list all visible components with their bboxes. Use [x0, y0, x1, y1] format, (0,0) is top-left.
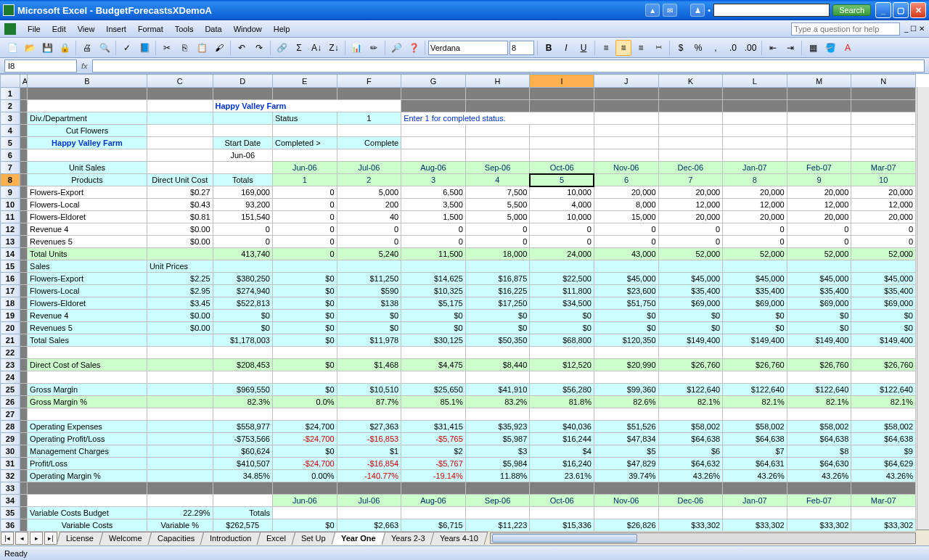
cell[interactable] [401, 100, 466, 112]
cell[interactable]: $0 [787, 310, 851, 322]
cell[interactable]: $58,002 [723, 421, 787, 433]
cell[interactable] [851, 482, 916, 495]
cell[interactable]: $0.27 [147, 186, 213, 199]
cell[interactable]: $0 [272, 310, 337, 322]
cell[interactable]: 87.7% [337, 396, 401, 408]
cell[interactable]: Aug-06 [401, 495, 466, 507]
hyperlink-icon[interactable]: 🔗 [274, 40, 290, 56]
cell[interactable] [658, 260, 723, 273]
font-name-combo[interactable] [428, 41, 508, 55]
cell[interactable]: Management Charges [28, 445, 147, 458]
cell[interactable]: $30,125 [401, 334, 466, 347]
cell[interactable]: $45,000 [851, 273, 916, 285]
open-icon[interactable]: 📂 [22, 40, 38, 56]
cell[interactable] [147, 384, 213, 396]
cell[interactable] [401, 137, 466, 149]
cell[interactable]: $208,453 [213, 359, 272, 371]
cell[interactable]: $40,036 [530, 421, 594, 433]
cell[interactable]: 0 [530, 223, 594, 236]
cell[interactable]: Flowers-Local [28, 285, 147, 297]
cell[interactable]: $23,600 [594, 285, 658, 297]
sort-asc-icon[interactable]: A↓ [308, 40, 324, 56]
cell[interactable]: $11,250 [337, 273, 401, 285]
cell[interactable]: $4,475 [401, 359, 466, 371]
cell[interactable]: $51,750 [594, 297, 658, 310]
row-header[interactable]: 26 [1, 396, 20, 408]
underline-icon[interactable]: U [576, 40, 592, 56]
cell[interactable]: 82.3% [213, 396, 272, 408]
cell[interactable] [147, 100, 213, 112]
cell[interactable]: 0 [723, 223, 787, 236]
cell[interactable]: $64,638 [723, 433, 787, 445]
cell[interactable] [723, 100, 787, 112]
cell[interactable]: $0 [658, 322, 723, 334]
cell[interactable] [20, 322, 27, 334]
cell[interactable]: 83.2% [465, 396, 530, 408]
cell[interactable] [20, 260, 27, 273]
cell[interactable] [851, 507, 916, 519]
row-header[interactable]: 16 [1, 273, 20, 285]
cell[interactable] [658, 88, 723, 100]
cell[interactable] [147, 149, 213, 162]
cell[interactable] [20, 334, 27, 347]
cell[interactable] [20, 507, 27, 519]
cell[interactable] [20, 137, 27, 149]
cell[interactable]: Jun-06 [213, 149, 272, 162]
cell[interactable]: $4 [530, 445, 594, 458]
cell[interactable]: $11,800 [530, 285, 594, 297]
comma-icon[interactable]: , [708, 40, 724, 56]
cell[interactable] [147, 433, 213, 445]
cell[interactable] [723, 260, 787, 273]
cell[interactable]: -$16,854 [337, 458, 401, 470]
cell[interactable]: $58,002 [851, 421, 916, 433]
cell[interactable]: 413,740 [213, 248, 272, 260]
cell[interactable]: Sep-06 [465, 495, 530, 507]
cell[interactable]: $0 [851, 310, 916, 322]
cell[interactable] [272, 88, 337, 100]
cell[interactable]: 82.1% [723, 396, 787, 408]
menu-format[interactable]: Format [132, 22, 169, 36]
cell[interactable]: 0 [272, 211, 337, 223]
cell[interactable]: 5,500 [465, 199, 530, 211]
row-header[interactable]: 11 [1, 211, 20, 223]
header-cell[interactable]: H [465, 75, 530, 88]
cell[interactable]: $45,000 [787, 273, 851, 285]
cell[interactable] [147, 112, 213, 125]
header-cell[interactable]: M [787, 75, 851, 88]
cell[interactable]: $7 [723, 445, 787, 458]
cell[interactable]: 20,000 [787, 186, 851, 199]
cell[interactable]: 1 [272, 174, 337, 186]
cell[interactable] [594, 347, 658, 359]
increase-indent-icon[interactable]: ⇥ [782, 40, 798, 56]
cell[interactable] [723, 347, 787, 359]
cell[interactable]: $0 [272, 285, 337, 297]
cell[interactable]: Happy Valley Farm [28, 137, 147, 149]
sheet-tab[interactable]: Set Up [292, 532, 335, 545]
cell[interactable] [851, 137, 916, 149]
cell[interactable]: Oct-06 [530, 495, 594, 507]
cell[interactable]: $20,990 [594, 359, 658, 371]
cell[interactable] [20, 174, 27, 186]
fill-color-icon[interactable]: 🪣 [822, 40, 838, 56]
cell[interactable]: $0 [213, 310, 272, 322]
cell[interactable]: 20,000 [658, 211, 723, 223]
cell[interactable]: 0 [401, 236, 466, 248]
cell[interactable]: 169,000 [213, 186, 272, 199]
cell[interactable]: $11,978 [337, 334, 401, 347]
cell[interactable] [594, 371, 658, 384]
cell[interactable]: -19.14% [401, 470, 466, 482]
search-button[interactable]: Search [832, 4, 871, 16]
cell[interactable]: $5,175 [401, 297, 466, 310]
undo-icon[interactable]: ↶ [234, 40, 250, 56]
cell[interactable]: 0 [594, 223, 658, 236]
cell[interactable] [594, 482, 658, 495]
sheet-tab[interactable]: Welcome [99, 532, 152, 545]
cell[interactable]: $0 [530, 322, 594, 334]
cell[interactable]: 0 [594, 236, 658, 248]
cell[interactable] [20, 149, 27, 162]
cell[interactable]: $149,400 [658, 334, 723, 347]
zoom-icon[interactable]: 🔎 [388, 40, 404, 56]
cell[interactable] [147, 495, 213, 507]
cell[interactable] [20, 88, 27, 100]
cell[interactable]: 8,000 [594, 199, 658, 211]
